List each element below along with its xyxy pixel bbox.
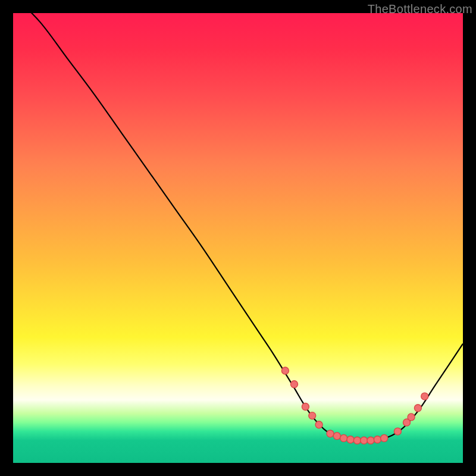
curve-marker <box>421 393 428 400</box>
curve-marker <box>315 421 322 428</box>
curve-marker <box>333 433 340 440</box>
curve-marker <box>309 412 316 419</box>
curve-marker <box>353 437 361 444</box>
curve-marker <box>302 403 309 411</box>
chart-container: TheBottleneck.com <box>0 0 476 476</box>
curve-marker <box>394 428 401 435</box>
curve-marker <box>327 430 334 437</box>
curve-marker <box>367 437 374 444</box>
curve-marker <box>361 437 368 444</box>
curve-marker <box>340 434 347 441</box>
curve-marker <box>408 414 415 421</box>
curve-marker <box>381 434 388 441</box>
curve-marker <box>291 381 298 388</box>
curve-marker <box>347 436 354 443</box>
curve-marker <box>281 367 289 374</box>
curve-markers <box>281 367 428 444</box>
chart-svg <box>13 13 463 463</box>
curve-marker <box>414 405 421 412</box>
curve-marker <box>374 436 381 443</box>
bottleneck-curve <box>13 13 463 440</box>
watermark-text: TheBottleneck.com <box>368 2 472 16</box>
